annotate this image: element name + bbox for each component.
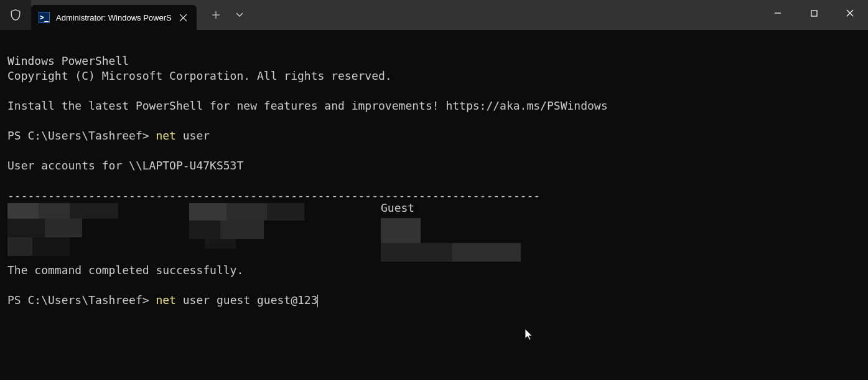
window-controls <box>760 0 868 26</box>
guest-user: Guest <box>381 201 414 216</box>
redacted-user-2 <box>189 203 307 247</box>
close-button[interactable] <box>832 0 868 26</box>
tab-dropdown-button[interactable] <box>228 2 251 27</box>
maximize-button[interactable] <box>796 0 832 26</box>
shield-icon <box>0 0 31 30</box>
titlebar: >_ Administrator: Windows PowerS <box>0 0 868 30</box>
minimize-button[interactable] <box>760 0 796 26</box>
close-icon[interactable] <box>178 12 189 23</box>
tab-title: Administrator: Windows PowerS <box>56 13 172 22</box>
terminal-output[interactable]: Windows PowerShell Copyright (C) Microso… <box>0 30 868 316</box>
redacted-user-3 <box>381 218 524 263</box>
ps-header-1: Windows PowerShell <box>7 54 129 67</box>
user-accounts-list: Guest <box>7 203 861 263</box>
ps-install-hint: Install the latest PowerShell for new fe… <box>7 99 608 112</box>
mouse-cursor-icon <box>525 329 534 344</box>
prompt-2: PS C:\Users\Tashreef> net user guest gue… <box>7 293 318 306</box>
powershell-icon: >_ <box>39 12 50 23</box>
redacted-user-1 <box>7 203 119 259</box>
svg-rect-5 <box>811 11 817 16</box>
ps-header-2: Copyright (C) Microsoft Corporation. All… <box>7 69 392 82</box>
accounts-header: User accounts for \\LAPTOP-U47KS53T <box>7 159 243 172</box>
new-tab-button[interactable] <box>204 2 228 27</box>
tab-actions <box>204 2 251 27</box>
tab-powershell[interactable]: >_ Administrator: Windows PowerS <box>31 5 197 30</box>
text-cursor <box>317 295 319 307</box>
separator: ----------------------------------------… <box>7 189 540 202</box>
prompt-1: PS C:\Users\Tashreef> net user <box>7 129 210 142</box>
